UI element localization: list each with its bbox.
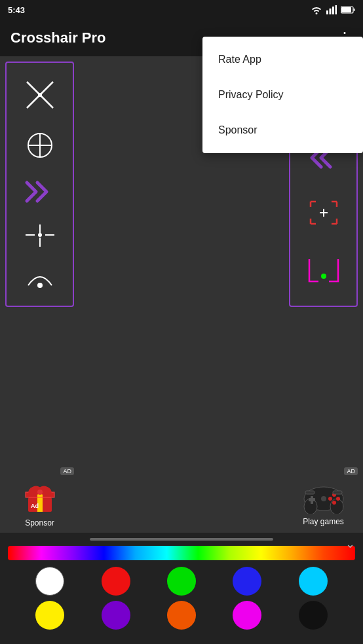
svg-point-40 [328, 497, 332, 501]
status-icons [311, 5, 355, 14]
svg-point-31 [37, 490, 43, 495]
svg-rect-43 [305, 491, 315, 494]
color-swatch-white[interactable] [35, 567, 64, 596]
crosshair-bracket-icon [305, 254, 342, 287]
svg-point-41 [332, 501, 336, 505]
svg-point-18 [37, 283, 43, 288]
svg-point-17 [38, 233, 42, 237]
bottom-handle [90, 538, 273, 541]
status-bar: 5:43 [0, 0, 363, 20]
chevron-down-button[interactable]: ⌄ [345, 537, 355, 551]
svg-rect-0 [326, 10, 328, 14]
svg-rect-3 [335, 5, 337, 14]
color-swatch-blue[interactable] [233, 567, 261, 596]
color-swatch-black[interactable] [299, 601, 328, 630]
svg-rect-1 [330, 9, 332, 14]
dropdown-privacy-policy[interactable]: Privacy Policy [202, 77, 363, 113]
svg-point-42 [321, 496, 326, 501]
crosshair-arc-icon [22, 263, 58, 292]
color-swatch-magenta[interactable] [233, 601, 261, 630]
wifi-icon [311, 5, 322, 14]
crosshair-panel-left[interactable] [5, 62, 74, 307]
color-swatch-yellow[interactable] [35, 601, 64, 630]
dropdown-sponsor[interactable]: Sponsor [202, 113, 363, 148]
dropdown-menu: Rate App Privacy Policy Sponsor [202, 37, 363, 153]
dropdown-rate-app[interactable]: Rate App [202, 42, 363, 77]
svg-point-39 [336, 497, 340, 501]
ad-left: AD Ad Sponsor [5, 467, 74, 526]
color-swatches [0, 567, 363, 630]
ad-badge-left: AD [60, 467, 74, 475]
crosshair-x-icon [22, 77, 58, 113]
svg-text:Ad: Ad [31, 503, 39, 509]
color-swatch-cyan[interactable] [299, 567, 328, 596]
ad-badge-right: AD [344, 467, 358, 475]
svg-point-9 [38, 93, 42, 97]
color-swatch-purple[interactable] [102, 601, 130, 630]
ad-label-right: Play games [303, 517, 344, 526]
ad-right: AD [289, 467, 358, 526]
svg-rect-44 [333, 491, 342, 494]
bottom-handle-row: ⌄ [0, 533, 363, 546]
crosshair-chevron-icon [22, 177, 58, 206]
ad-label-left: Sponsor [25, 518, 54, 528]
color-swatch-red[interactable] [102, 567, 130, 596]
svg-point-35 [330, 499, 343, 514]
svg-rect-37 [309, 498, 315, 501]
crosshair-circle-icon [22, 127, 58, 164]
crosshair-dot-icon [22, 221, 58, 249]
color-gradient-bar[interactable] [8, 546, 355, 560]
signal-icon [326, 5, 337, 14]
app-title: Crosshair Pro [10, 29, 106, 46]
svg-rect-5 [341, 7, 351, 12]
battery-icon [341, 6, 355, 14]
svg-rect-6 [354, 9, 355, 11]
svg-point-24 [321, 274, 326, 279]
time-display: 5:43 [8, 5, 25, 15]
bottom-panel: ⌄ [0, 533, 363, 644]
crosshair-square-icon [305, 196, 342, 229]
ad-image-left[interactable]: Ad [17, 476, 63, 516]
svg-rect-2 [332, 7, 334, 14]
ad-image-right[interactable] [301, 476, 347, 514]
color-swatch-orange[interactable] [167, 601, 196, 630]
color-swatch-green[interactable] [167, 567, 196, 596]
